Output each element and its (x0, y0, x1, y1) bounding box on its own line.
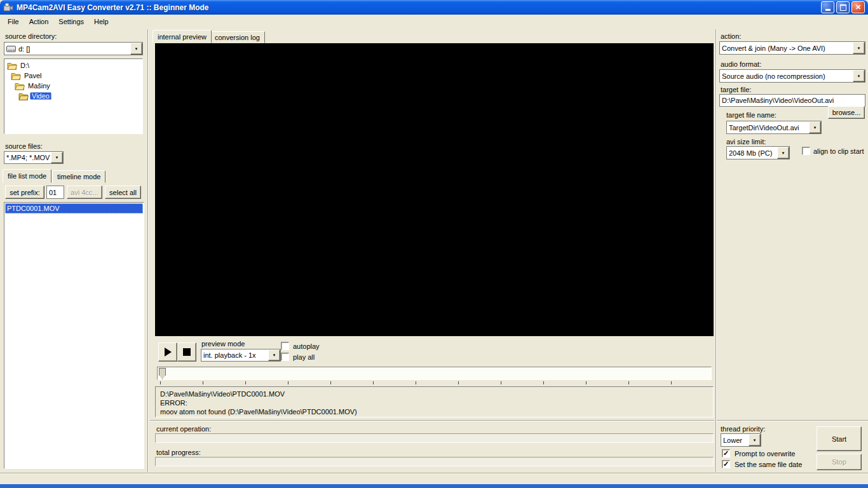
drive-combo-value: d: [] (18, 45, 30, 53)
action-arrow-icon[interactable]: ▼ (853, 42, 865, 54)
current-operation-progressbar (155, 433, 714, 443)
menu-help[interactable]: Help (89, 17, 114, 27)
tab-file-list-mode[interactable]: file list mode (3, 169, 51, 183)
tree-item-label: D:\ (18, 62, 31, 69)
audio-format-arrow-icon[interactable]: ▼ (853, 70, 865, 82)
thread-priority-value: Lower (721, 434, 749, 446)
preview-mode-arrow-icon[interactable]: ▼ (268, 349, 280, 361)
tree-item-root[interactable]: D:\ (4, 60, 142, 71)
window-title: MP4Cam2AVI Easy Converter v2.71 :: Begin… (17, 3, 819, 12)
thread-priority-combo[interactable]: Lower ▼ (721, 433, 761, 447)
log-line: moov atom not found (D:\Pavel\Mašiny\Vid… (160, 408, 357, 416)
target-file-name-label: target file name: (726, 111, 776, 119)
drive-combo[interactable]: d: [] ▼ (4, 42, 143, 55)
file-list-item[interactable]: PTDC0001.MOV (5, 203, 143, 214)
log-line: ERROR: (160, 399, 187, 407)
same-file-date-label: Set the same file date (735, 461, 802, 468)
video-preview-area (155, 43, 714, 336)
audio-format-combo[interactable]: Source audio (no recompression) ▼ (719, 69, 865, 83)
avi-size-limit-label: avi size limit: (726, 138, 766, 146)
tab-timeline-mode[interactable]: timeline mode (52, 170, 105, 183)
align-clip-start-label: align to clip start (813, 147, 864, 155)
select-all-button[interactable]: select all (105, 186, 141, 199)
log-line: D:\Pavel\Mašiny\Video\PTDC0001.MOV (160, 390, 285, 398)
right-bottom-divider (717, 420, 868, 421)
tree-item-pavel[interactable]: Pavel (4, 71, 142, 81)
play-all-label: play all (293, 353, 315, 361)
prefix-input[interactable] (46, 186, 64, 199)
target-file-input[interactable] (719, 94, 865, 107)
minimize-button[interactable] (821, 1, 834, 13)
stop-icon (183, 348, 191, 356)
restore-button[interactable] (836, 1, 850, 13)
action-combo[interactable]: Convert & join (Many -> One AVI) ▼ (719, 41, 865, 55)
source-file-list: PTDC0001.MOV (4, 202, 144, 469)
restore-icon (840, 4, 846, 11)
tree-item-label: Pavel (22, 72, 44, 79)
tree-item-video-selected[interactable]: Video (4, 91, 142, 101)
menu-file[interactable]: File (3, 17, 24, 27)
tab-internal-preview[interactable]: internal preview (153, 30, 212, 43)
source-files-label: source files: (5, 142, 43, 150)
slider-tick-marks (160, 381, 710, 384)
open-folder-icon (18, 92, 29, 100)
stop-button: Stop (817, 454, 862, 470)
autoplay-label: autoplay (293, 342, 320, 350)
stop-playback-button[interactable] (177, 342, 196, 362)
action-value: Convert & join (Many -> One AVI) (720, 42, 853, 54)
file-name: PTDC0001.MOV (7, 205, 60, 212)
seek-slider[interactable] (157, 367, 712, 380)
action-label: action: (721, 32, 741, 40)
status-bar (0, 473, 868, 484)
menu-action[interactable]: Action (24, 17, 54, 27)
preview-mode-label: preview mode (201, 340, 245, 348)
play-icon (165, 348, 172, 356)
play-button[interactable] (158, 342, 177, 362)
preview-message-box: D:\Pavel\Mašiny\Video\PTDC0001.MOV ERROR… (155, 386, 714, 417)
preview-mode-value: int. playback - 1x (201, 349, 268, 361)
file-filter-combo[interactable]: *.MP4; *.MOV ▼ (4, 151, 64, 164)
target-name-arrow-icon[interactable]: ▼ (809, 121, 821, 133)
avi-size-combo[interactable]: 2048 Mb (PC) ▼ (726, 146, 790, 159)
folder-icon (7, 62, 17, 70)
avi-size-arrow-icon[interactable]: ▼ (777, 147, 789, 159)
align-clip-start-checkbox[interactable] (802, 147, 810, 155)
thread-priority-arrow-icon[interactable]: ▼ (749, 434, 761, 446)
tab-conversion-log[interactable]: conversion log (210, 31, 265, 43)
audio-format-value: Source audio (no recompression) (720, 70, 853, 82)
menu-settings[interactable]: Settings (53, 17, 89, 27)
browse-button[interactable]: browse... (828, 106, 865, 119)
same-file-date-checkbox[interactable]: ✓ (722, 460, 730, 468)
preview-mode-combo[interactable]: int. playback - 1x ▼ (201, 349, 281, 362)
avi-4cc-button: avi 4cc... (67, 186, 102, 199)
folder-icon (15, 82, 25, 90)
center-right-divider (715, 29, 717, 472)
file-filter-arrow-icon[interactable]: ▼ (51, 152, 63, 163)
source-directory-label: source directory: (5, 32, 57, 40)
menubar: File Action Settings Help (0, 15, 868, 29)
progress-section-divider (150, 420, 714, 421)
thread-priority-label: thread priority: (721, 425, 765, 433)
autoplay-checkbox[interactable] (281, 342, 289, 350)
start-button[interactable]: Start (817, 426, 862, 451)
directory-tree: D:\ Pavel Mašiny Video (4, 58, 143, 134)
prompt-overwrite-checkbox[interactable]: ✓ (722, 449, 730, 458)
close-button[interactable]: ✕ (851, 1, 865, 13)
folder-icon (11, 72, 21, 80)
minimize-icon (825, 9, 831, 11)
bottom-window-border (0, 484, 868, 488)
target-name-combo[interactable]: TargetDir\VideoOut.avi ▼ (726, 121, 822, 134)
file-filter-value: *.MP4; *.MOV (4, 152, 51, 163)
tree-item-masiny[interactable]: Mašiny (4, 81, 142, 91)
prompt-overwrite-label: Prompt to overwrite (735, 450, 795, 458)
drive-combo-arrow-icon[interactable]: ▼ (130, 43, 142, 55)
drive-icon (6, 46, 16, 52)
close-icon: ✕ (855, 3, 861, 11)
target-name-value: TargetDir\VideoOut.avi (727, 121, 809, 133)
tree-item-label: Video (30, 92, 51, 100)
set-prefix-button[interactable]: set prefix: (5, 186, 44, 199)
titlebar: MP4Cam2AVI Easy Converter v2.71 :: Begin… (0, 0, 868, 15)
avi-size-value: 2048 Mb (PC) (727, 147, 777, 159)
current-operation-label: current operation: (156, 425, 211, 433)
play-all-checkbox[interactable] (281, 353, 289, 361)
